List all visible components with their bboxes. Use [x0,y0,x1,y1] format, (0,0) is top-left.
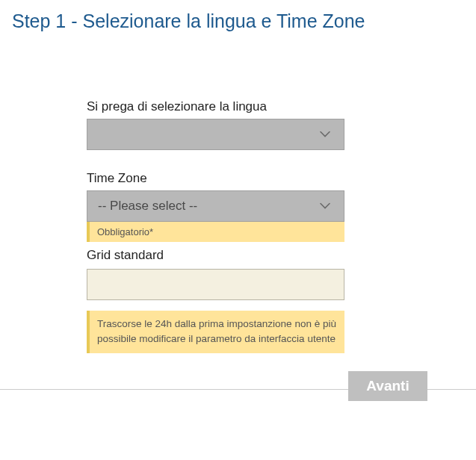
page-title: Step 1 - Selezionare la lingua e Time Zo… [12,10,464,32]
grid-info-note: Trascorse le 24h dalla prima impostanzio… [87,311,344,353]
language-select[interactable] [87,119,344,150]
grid-standard-input[interactable] [87,269,344,300]
next-button[interactable]: Avanti [348,371,427,401]
language-label: Si prega di selezionare la lingua [87,99,415,114]
timezone-select[interactable]: -- Please select -- [87,190,344,222]
timezone-value: -- Please select -- [98,199,197,214]
timezone-label: Time Zone [87,171,415,186]
chevron-down-icon [320,131,330,138]
chevron-down-icon [320,203,330,210]
grid-label: Grid standard [87,248,415,263]
timezone-required-note: Obbligatorio* [87,222,344,242]
setup-form: Si prega di selezionare la lingua Time Z… [12,99,464,353]
